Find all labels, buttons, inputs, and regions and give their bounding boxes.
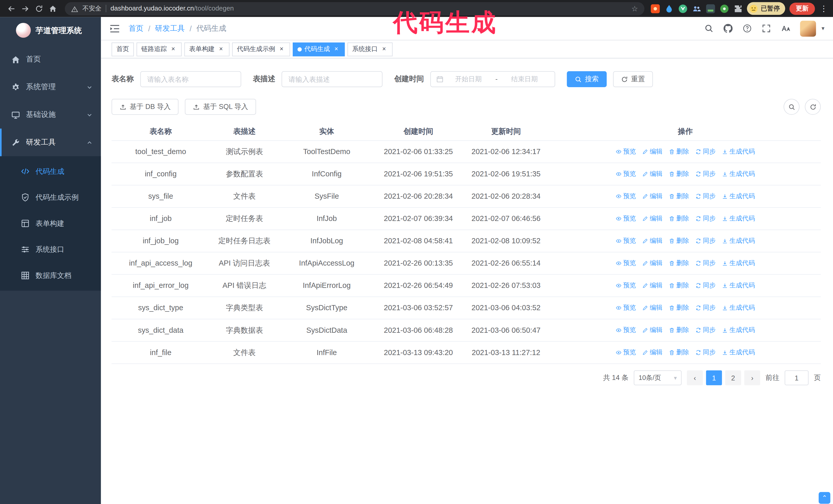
tab-codegen-demo[interactable]: 代码生成示例 × <box>232 42 290 56</box>
browser-back-icon[interactable] <box>4 2 18 16</box>
page-size-select[interactable]: 10条/页 ▾ <box>634 370 682 385</box>
delete-link[interactable]: 删除 <box>669 258 689 269</box>
browser-reload-icon[interactable] <box>32 2 46 16</box>
tab-tracer[interactable]: 链路追踪 × <box>137 42 182 56</box>
sidebar-item-api[interactable]: 系统接口 <box>0 236 101 263</box>
edit-link[interactable]: 编辑 <box>642 258 663 269</box>
bookmark-star-icon[interactable]: ☆ <box>631 4 638 13</box>
sync-link[interactable]: 同步 <box>695 280 716 291</box>
edit-link[interactable]: 编辑 <box>642 302 663 314</box>
sidebar-item-home[interactable]: 首页 <box>0 46 101 73</box>
prev-page-button[interactable]: ‹ <box>687 370 703 385</box>
sidebar-item-codegen-demo[interactable]: 代码生成示例 <box>0 184 101 211</box>
sidebar-item-codegen[interactable]: 代码生成 <box>0 159 101 185</box>
breadcrumb-dev-tools[interactable]: 研发工具 <box>155 24 185 33</box>
extensions-puzzle-icon[interactable] <box>734 4 742 13</box>
delete-link[interactable]: 删除 <box>669 146 689 158</box>
search-icon[interactable] <box>705 24 714 33</box>
delete-link[interactable]: 删除 <box>669 302 689 314</box>
sidebar-item-system[interactable]: 系统管理 <box>0 73 101 101</box>
edit-link[interactable]: 编辑 <box>642 191 663 202</box>
delete-link[interactable]: 删除 <box>669 235 689 247</box>
extension-icon-2[interactable] <box>665 4 673 13</box>
back-to-top-button[interactable]: ⌃ <box>819 492 830 503</box>
tab-close-icon[interactable]: × <box>380 45 388 53</box>
edit-link[interactable]: 编辑 <box>642 213 663 224</box>
generate-code-link[interactable]: 生成代码 <box>722 347 755 358</box>
edit-link[interactable]: 编辑 <box>642 146 663 158</box>
font-size-icon[interactable] <box>781 24 790 33</box>
edit-link[interactable]: 编辑 <box>642 347 663 358</box>
extension-icon-5[interactable] <box>706 4 715 13</box>
delete-link[interactable]: 删除 <box>669 280 689 291</box>
delete-link[interactable]: 删除 <box>669 168 689 180</box>
browser-forward-icon[interactable] <box>18 2 32 16</box>
table-name-input[interactable] <box>140 71 241 87</box>
sync-link[interactable]: 同步 <box>695 191 716 202</box>
generate-code-link[interactable]: 生成代码 <box>722 280 755 291</box>
sync-link[interactable]: 同步 <box>695 302 716 314</box>
delete-link[interactable]: 删除 <box>669 325 689 336</box>
import-db-button[interactable]: 基于 DB 导入 <box>112 99 178 115</box>
sync-link[interactable]: 同步 <box>695 213 716 224</box>
caret-down-icon[interactable]: ▾ <box>822 25 824 32</box>
sidebar-toggle-icon[interactable] <box>110 24 120 33</box>
sync-link[interactable]: 同步 <box>695 347 716 358</box>
help-icon[interactable] <box>743 24 752 33</box>
browser-update-button[interactable]: 更新 <box>789 2 815 15</box>
sync-link[interactable]: 同步 <box>695 146 716 158</box>
extension-icon-1[interactable] <box>651 4 660 13</box>
profile-paused-chip[interactable]: 已暂停 <box>747 2 785 15</box>
delete-link[interactable]: 删除 <box>669 213 689 224</box>
toggle-search-button[interactable] <box>784 99 800 115</box>
sync-link[interactable]: 同步 <box>695 258 716 269</box>
generate-code-link[interactable]: 生成代码 <box>722 213 755 224</box>
next-page-button[interactable]: › <box>744 370 760 385</box>
edit-link[interactable]: 编辑 <box>642 235 663 247</box>
preview-link[interactable]: 预览 <box>616 168 636 180</box>
generate-code-link[interactable]: 生成代码 <box>722 258 755 269</box>
tab-close-icon[interactable]: × <box>278 45 285 53</box>
page-button-1[interactable]: 1 <box>706 370 722 385</box>
sidebar-item-dev-tools[interactable]: 研发工具 <box>0 129 101 157</box>
page-button-2[interactable]: 2 <box>725 370 741 385</box>
preview-link[interactable]: 预览 <box>616 347 636 358</box>
preview-link[interactable]: 预览 <box>616 302 636 314</box>
table-desc-input[interactable] <box>282 71 383 87</box>
github-icon[interactable] <box>724 24 733 33</box>
preview-link[interactable]: 预览 <box>616 213 636 224</box>
user-avatar[interactable] <box>800 21 816 37</box>
preview-link[interactable]: 预览 <box>616 235 636 247</box>
tab-close-icon[interactable]: × <box>169 45 177 53</box>
sync-link[interactable]: 同步 <box>695 325 716 336</box>
generate-code-link[interactable]: 生成代码 <box>722 168 755 180</box>
preview-link[interactable]: 预览 <box>616 258 636 269</box>
generate-code-link[interactable]: 生成代码 <box>722 235 755 247</box>
search-button[interactable]: 搜索 <box>567 71 607 87</box>
sidebar-item-infra[interactable]: 基础设施 <box>0 101 101 129</box>
fullscreen-icon[interactable] <box>762 24 771 33</box>
tab-api[interactable]: 系统接口 × <box>348 42 392 56</box>
delete-link[interactable]: 删除 <box>669 347 689 358</box>
delete-link[interactable]: 删除 <box>669 191 689 202</box>
generate-code-link[interactable]: 生成代码 <box>722 146 755 158</box>
breadcrumb-home[interactable]: 首页 <box>129 24 144 33</box>
edit-link[interactable]: 编辑 <box>642 325 663 336</box>
sidebar-item-form-builder[interactable]: 表单构建 <box>0 211 101 237</box>
tab-codegen[interactable]: 代码生成 × <box>293 42 345 56</box>
sync-link[interactable]: 同步 <box>695 235 716 247</box>
preview-link[interactable]: 预览 <box>616 280 636 291</box>
sidebar-item-db-doc[interactable]: 数据库文档 <box>0 263 101 289</box>
extension-icon-4[interactable] <box>692 4 701 13</box>
tab-close-icon[interactable]: × <box>217 45 225 53</box>
edit-link[interactable]: 编辑 <box>642 280 663 291</box>
preview-link[interactable]: 预览 <box>616 325 636 336</box>
tab-form-builder[interactable]: 表单构建 × <box>184 42 230 56</box>
preview-link[interactable]: 预览 <box>616 191 636 202</box>
generate-code-link[interactable]: 生成代码 <box>722 325 755 336</box>
edit-link[interactable]: 编辑 <box>642 168 663 180</box>
browser-menu-icon[interactable]: ⋮ <box>820 4 828 13</box>
extension-icon-6[interactable] <box>720 4 729 13</box>
create-time-range-picker[interactable]: 开始日期 - 结束日期 <box>430 71 555 87</box>
address-bar[interactable]: 不安全 dashboard.yudao.iocoder.cn/tool/code… <box>65 2 644 15</box>
